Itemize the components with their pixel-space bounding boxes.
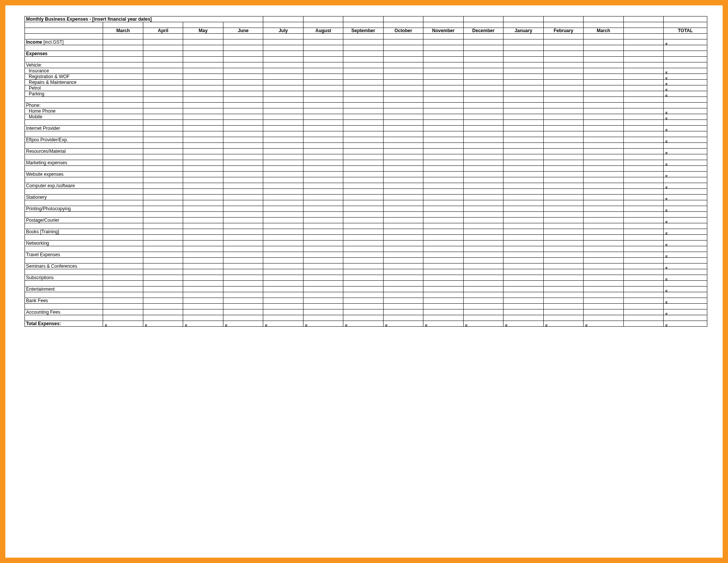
cell[interactable] [343, 298, 383, 304]
cell[interactable] [343, 57, 383, 62]
cell[interactable] [423, 39, 463, 45]
cell[interactable] [343, 160, 383, 166]
cell[interactable] [263, 91, 303, 97]
cell[interactable] [223, 45, 263, 51]
cell[interactable] [103, 275, 143, 281]
cell[interactable] [623, 252, 663, 258]
cell[interactable] [503, 292, 543, 298]
cell[interactable] [503, 131, 543, 137]
cell[interactable] [143, 246, 183, 252]
cell[interactable] [503, 154, 543, 160]
cell[interactable] [303, 315, 343, 321]
cell[interactable] [503, 315, 543, 321]
cell[interactable] [383, 177, 423, 183]
cell[interactable] [343, 22, 383, 28]
cell[interactable] [183, 62, 223, 68]
cell[interactable] [103, 183, 143, 189]
cell[interactable] [543, 85, 583, 91]
cell[interactable] [543, 235, 583, 241]
cell[interactable] [543, 34, 583, 39]
cell[interactable] [103, 263, 143, 269]
cell[interactable] [183, 309, 223, 315]
cell[interactable] [383, 315, 423, 321]
cell[interactable] [543, 195, 583, 200]
cell[interactable] [303, 108, 343, 114]
cell[interactable] [183, 281, 223, 286]
cell[interactable] [543, 263, 583, 269]
cell[interactable] [383, 97, 423, 103]
cell[interactable] [143, 62, 183, 68]
cell[interactable] [503, 223, 543, 229]
cell[interactable] [543, 108, 583, 114]
cell[interactable] [423, 16, 463, 22]
cell[interactable] [503, 275, 543, 281]
cell[interactable] [183, 91, 223, 97]
cell[interactable] [543, 218, 583, 223]
cell[interactable] [263, 252, 303, 258]
cell[interactable] [623, 304, 663, 309]
cell[interactable] [263, 200, 303, 206]
cell[interactable] [463, 218, 503, 223]
cell[interactable] [223, 74, 263, 80]
cell[interactable] [664, 304, 707, 309]
cell[interactable] [623, 114, 663, 120]
cell[interactable] [584, 172, 623, 177]
cell[interactable] [503, 22, 543, 28]
cell[interactable] [664, 57, 707, 62]
cell[interactable] [223, 241, 263, 246]
cell[interactable] [303, 131, 343, 137]
cell[interactable] [143, 223, 183, 229]
cell[interactable] [423, 22, 463, 28]
cell[interactable] [463, 258, 503, 263]
cell[interactable] [183, 183, 223, 189]
cell[interactable] [103, 206, 143, 212]
cell[interactable] [263, 57, 303, 62]
cell[interactable] [143, 315, 183, 321]
cell[interactable] [584, 143, 623, 149]
cell[interactable] [664, 120, 707, 126]
cell[interactable] [543, 166, 583, 172]
cell[interactable] [263, 183, 303, 189]
cell[interactable] [423, 241, 463, 246]
cell[interactable] [183, 195, 223, 200]
cell[interactable] [263, 223, 303, 229]
cell[interactable] [303, 85, 343, 91]
cell[interactable] [183, 80, 223, 85]
cell[interactable] [263, 114, 303, 120]
cell[interactable] [343, 252, 383, 258]
cell[interactable] [383, 91, 423, 97]
cell[interactable] [503, 212, 543, 218]
cell[interactable] [263, 62, 303, 68]
cell[interactable] [343, 80, 383, 85]
cell[interactable] [503, 149, 543, 154]
cell[interactable] [584, 218, 623, 223]
cell[interactable] [463, 177, 503, 183]
cell[interactable] [543, 22, 583, 28]
cell[interactable] [623, 223, 663, 229]
cell[interactable] [103, 97, 143, 103]
cell[interactable] [623, 74, 663, 80]
cell[interactable] [584, 309, 623, 315]
cell[interactable] [303, 309, 343, 315]
cell[interactable] [143, 131, 183, 137]
cell[interactable] [664, 281, 707, 286]
cell[interactable] [183, 177, 223, 183]
cell[interactable] [223, 22, 263, 28]
cell[interactable] [664, 131, 707, 137]
cell[interactable] [623, 177, 663, 183]
cell[interactable] [664, 189, 707, 195]
cell[interactable] [543, 39, 583, 45]
cell[interactable] [103, 292, 143, 298]
cell[interactable] [463, 298, 503, 304]
cell[interactable] [423, 229, 463, 235]
cell[interactable] [303, 143, 343, 149]
cell[interactable] [664, 22, 707, 28]
cell[interactable] [263, 108, 303, 114]
cell[interactable] [183, 235, 223, 241]
cell[interactable] [584, 149, 623, 154]
cell[interactable] [303, 80, 343, 85]
cell[interactable] [183, 57, 223, 62]
cell[interactable] [664, 246, 707, 252]
cell[interactable] [103, 154, 143, 160]
cell[interactable] [623, 212, 663, 218]
